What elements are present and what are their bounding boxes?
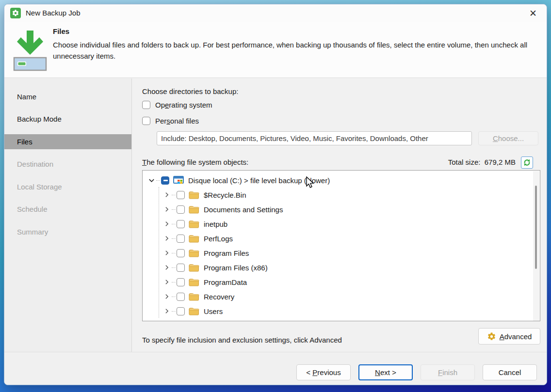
folder-icon bbox=[189, 307, 199, 315]
file-system-tree[interactable]: Disque local (C:) > file level backup (s… bbox=[142, 170, 540, 321]
tree-root-label: Disque local (C:) > file level backup (s… bbox=[188, 176, 330, 185]
window-title: New Backup Job bbox=[26, 9, 81, 17]
personal-files-row: Personal files bbox=[142, 117, 199, 125]
chevron-right-icon[interactable] bbox=[163, 278, 171, 286]
chevron-right-icon[interactable] bbox=[163, 264, 171, 271]
local-disk-icon bbox=[173, 176, 184, 185]
folder-icon bbox=[189, 278, 199, 286]
tree-item-checkbox[interactable] bbox=[177, 191, 185, 199]
chevron-down-icon[interactable] bbox=[147, 176, 155, 184]
close-icon[interactable]: ✕ bbox=[526, 7, 540, 19]
folder-icon bbox=[189, 205, 199, 214]
tree-item-label: ProgramData bbox=[204, 278, 247, 286]
tree-row[interactable]: Program Files bbox=[143, 246, 540, 260]
personal-files-checkbox[interactable] bbox=[142, 117, 150, 125]
chevron-right-icon[interactable] bbox=[163, 293, 171, 300]
sidebar-item-schedule: Schedule bbox=[4, 202, 131, 217]
tree-row[interactable]: PerfLogs bbox=[143, 231, 540, 246]
operating-system-label: Operating system bbox=[155, 101, 212, 109]
choose-directories-label: Choose directories to backup: bbox=[142, 87, 238, 95]
sidebar-item-summary: Summary bbox=[4, 224, 131, 239]
refresh-size-button[interactable] bbox=[521, 157, 533, 169]
tree-item-label: Program Files (x86) bbox=[204, 264, 268, 272]
sidebar-item-destination: Destination bbox=[4, 157, 131, 172]
tree-item-checkbox[interactable] bbox=[177, 205, 185, 214]
file-system-objects-label: The following file system objects: bbox=[142, 158, 248, 166]
tree-item-label: Recovery bbox=[204, 293, 234, 301]
sidebar-item-files[interactable]: Files bbox=[4, 134, 131, 149]
finish-button: Finish bbox=[421, 364, 475, 380]
new-backup-job-dialog: New Backup Job ✕ Files Choose individual… bbox=[4, 4, 547, 385]
previous-button[interactable]: < Previous bbox=[296, 364, 351, 380]
step-title: Files bbox=[53, 27, 69, 35]
operating-system-checkbox[interactable] bbox=[142, 101, 150, 109]
choose-button: Choose... bbox=[478, 131, 538, 145]
total-size-label: Total size: bbox=[448, 158, 481, 166]
tree-item-label: Documents and Settings bbox=[204, 205, 283, 214]
tree-row[interactable]: $Recycle.Bin bbox=[143, 188, 540, 202]
tree-row[interactable]: ProgramData bbox=[143, 275, 540, 289]
chevron-right-icon[interactable] bbox=[163, 220, 171, 228]
wizard-steps-sidebar: Name Backup Mode Files Destination Local… bbox=[4, 78, 132, 352]
tree-item-checkbox[interactable] bbox=[177, 235, 185, 243]
chevron-right-icon[interactable] bbox=[163, 249, 171, 257]
tree-row[interactable]: Program Files (x86) bbox=[143, 260, 540, 275]
chevron-right-icon[interactable] bbox=[163, 191, 171, 199]
operating-system-row: Operating system bbox=[142, 101, 212, 109]
tree-item-checkbox[interactable] bbox=[177, 264, 185, 272]
tree-row[interactable]: inetpub bbox=[143, 217, 540, 231]
tree-item-label: Program Files bbox=[204, 249, 249, 257]
total-size-value: 679,2 MB bbox=[485, 158, 516, 166]
total-size: Total size: 679,2 MB bbox=[448, 158, 516, 166]
chevron-right-icon[interactable] bbox=[163, 235, 171, 242]
tree-row[interactable]: Documents and Settings bbox=[143, 202, 540, 217]
folder-icon bbox=[189, 190, 199, 199]
tree-item-label: PerfLogs bbox=[204, 235, 233, 243]
tree-row[interactable]: Users bbox=[143, 304, 540, 318]
tree-item-checkbox[interactable] bbox=[177, 220, 185, 228]
sidebar-item-name[interactable]: Name bbox=[4, 89, 131, 104]
tree-row[interactable]: Windows bbox=[143, 318, 540, 321]
cancel-button[interactable]: Cancel bbox=[483, 364, 537, 380]
tree-row[interactable]: Recovery bbox=[143, 289, 540, 304]
folder-icon bbox=[189, 249, 199, 257]
refresh-icon bbox=[523, 158, 531, 167]
tree-item-label: Users bbox=[204, 307, 223, 315]
files-step-content: Choose directories to backup: Operating … bbox=[132, 78, 547, 352]
next-button[interactable]: Next > bbox=[358, 364, 413, 380]
folder-icon bbox=[189, 220, 199, 228]
footer-bar: < Previous Next > Finish Cancel bbox=[4, 352, 547, 385]
title-bar: New Backup Job ✕ bbox=[4, 4, 547, 22]
include-summary-field: Include: Desktop, Documents, Pictures, V… bbox=[157, 131, 472, 145]
advanced-gear-icon bbox=[487, 332, 496, 341]
personal-files-label: Personal files bbox=[155, 117, 199, 125]
advanced-button-label: Advanced bbox=[500, 332, 532, 341]
sidebar-item-backup-mode[interactable]: Backup Mode bbox=[4, 111, 131, 126]
step-description: Choose individual files and folders to b… bbox=[53, 39, 532, 62]
file-backup-icon bbox=[8, 29, 52, 73]
tree-item-label: inetpub bbox=[204, 220, 227, 228]
folder-icon bbox=[189, 292, 199, 301]
tree-item-label: $Recycle.Bin bbox=[204, 191, 246, 199]
tree-item-checkbox[interactable] bbox=[177, 307, 185, 315]
chevron-right-icon[interactable] bbox=[163, 205, 171, 213]
folder-icon bbox=[189, 263, 199, 272]
app-gear-icon bbox=[10, 8, 21, 18]
tree-item-checkbox[interactable] bbox=[177, 293, 185, 301]
scrollbar-thumb[interactable] bbox=[535, 186, 537, 269]
advanced-hint: To specify file inclusion and exclusion … bbox=[142, 336, 342, 344]
chevron-right-icon[interactable] bbox=[163, 307, 171, 315]
tree-item-checkbox[interactable] bbox=[177, 278, 185, 286]
wizard-header: Files Choose individual files and folder… bbox=[4, 22, 547, 78]
tree-scrollbar[interactable] bbox=[533, 171, 539, 321]
tree-root-checkbox[interactable] bbox=[161, 176, 169, 185]
tree-root-row[interactable]: Disque local (C:) > file level backup (s… bbox=[143, 173, 540, 188]
advanced-button[interactable]: Advanced bbox=[478, 328, 540, 345]
folder-icon bbox=[189, 234, 199, 243]
sidebar-item-local-storage: Local Storage bbox=[4, 179, 131, 194]
tree-item-checkbox[interactable] bbox=[177, 249, 185, 257]
